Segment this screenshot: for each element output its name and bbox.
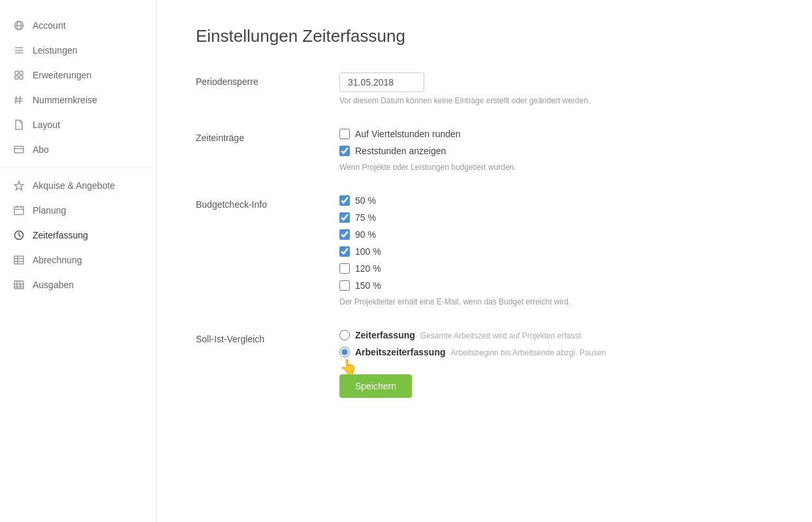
save-button[interactable]: Speichern [339, 374, 412, 398]
sidebar-item-label: Planung [33, 205, 66, 216]
list-icon [13, 44, 25, 56]
file-icon [13, 119, 25, 131]
sidebar-item-label: Zeiterfassung [33, 230, 88, 240]
checkbox-b90-label: 90 % [355, 229, 376, 240]
sidebar-item-akquise[interactable]: Akquise & Angebote [0, 173, 156, 198]
sidebar-item-label: Akquise & Angebote [33, 180, 115, 191]
globe-icon [13, 20, 25, 31]
sidebar-item-label: Abo [33, 144, 49, 155]
sidebar-group-1: Account Leistungen Erweiter [0, 13, 156, 162]
zeiteintraege-row: Zeiteinträge Auf Viertelstunden runden R… [196, 129, 773, 172]
checkbox-b100-label: 100 % [355, 246, 381, 257]
checkbox-b50-input[interactable] [339, 195, 350, 206]
checkbox-viertelstunden-label: Auf Viertelstunden runden [355, 129, 461, 139]
svg-rect-22 [14, 256, 23, 264]
checkbox-b75[interactable]: 75 % [339, 212, 773, 223]
svg-marker-16 [14, 182, 23, 190]
radio-zeiterfassung-bold: Zeiterfassung [355, 330, 415, 340]
radio-arbeitszeiterfassung-input[interactable] [339, 347, 350, 357]
svg-rect-14 [14, 146, 23, 153]
checkbox-b90[interactable]: 90 % [339, 229, 773, 240]
svg-rect-8 [15, 76, 18, 79]
sidebar: Account Leistungen Erweiter [0, 0, 157, 522]
checkbox-b150-label: 150 % [355, 280, 381, 291]
periodensperre-content: 31.05.2018 Vor diesem Datum können keine… [339, 73, 773, 105]
radio-arbeitszeiterfassung-hint: Arbeitsbeginn bis Arbeitsende abzgl. Pau… [450, 348, 606, 357]
svg-rect-9 [20, 76, 23, 79]
sidebar-divider [0, 167, 156, 168]
zeiteintraege-content: Auf Viertelstunden runden Reststunden an… [339, 129, 773, 172]
hash-icon [13, 94, 25, 106]
radio-zeiterfassung-label: Zeiterfassung Gesamte Arbeitszeit wird a… [355, 330, 581, 340]
sidebar-item-abo[interactable]: Abo [0, 137, 156, 162]
budgetcheck-content: 50 % 75 % 90 % 100 % 120 % 150 % [339, 195, 773, 306]
checkbox-b50-label: 50 % [355, 195, 376, 206]
checkbox-b100[interactable]: 100 % [339, 246, 773, 257]
sidebar-item-label: Abrechnung [33, 255, 82, 265]
checkbox-viertelstunden[interactable]: Auf Viertelstunden runden [339, 129, 773, 139]
calendar-icon [13, 204, 25, 216]
radio-zeiterfassung[interactable]: Zeiterfassung Gesamte Arbeitszeit wird a… [339, 330, 773, 340]
sidebar-group-2: Akquise & Angebote Planung Zeiterfassu [0, 173, 156, 297]
radio-zeiterfassung-input[interactable] [339, 330, 350, 340]
sidebar-item-erweiterungen[interactable]: Erweiterungen [0, 63, 156, 88]
budgetcheck-label: Budgetcheck-Info [196, 195, 339, 210]
radio-zeiterfassung-hint: Gesamte Arbeitszeit wird auf Projekten e… [420, 331, 581, 340]
soll-ist-content: Zeiterfassung Gesamte Arbeitszeit wird a… [339, 330, 773, 398]
checkbox-b150-input[interactable] [339, 280, 350, 291]
soll-ist-row: Soll-Ist-Vergleich Zeiterfassung Gesamte… [196, 330, 773, 398]
table-icon [13, 254, 25, 266]
svg-rect-26 [14, 281, 23, 289]
periodensperre-label: Periodensperre [196, 73, 339, 87]
checkbox-b100-input[interactable] [339, 246, 350, 257]
checkbox-b75-input[interactable] [339, 212, 350, 223]
sidebar-item-zeiterfassung[interactable]: Zeiterfassung [0, 223, 156, 248]
sidebar-item-label: Account [33, 20, 66, 31]
budgetcheck-row: Budgetcheck-Info 50 % 75 % 90 % 100 % 12… [196, 195, 773, 306]
star-icon [13, 180, 25, 191]
checkbox-b150[interactable]: 150 % [339, 280, 773, 291]
puzzle-icon [13, 69, 25, 81]
checkbox-b120-input[interactable] [339, 263, 350, 274]
sidebar-item-label: Layout [33, 120, 60, 130]
svg-rect-7 [20, 71, 23, 74]
periodensperre-hint: Vor diesem Datum können keine Einträge e… [339, 96, 773, 105]
main-content: Einstellungen Zeiterfassung Periodensper… [157, 0, 812, 522]
svg-line-10 [16, 96, 16, 104]
checkbox-reststunden[interactable]: Reststunden anzeigen [339, 146, 773, 156]
periodensperre-row: Periodensperre 31.05.2018 Vor diesem Dat… [196, 73, 773, 105]
budgetcheck-hint: Der Projektleiter erhält eine E-Mail, we… [339, 297, 773, 306]
zeiteintraege-label: Zeiteinträge [196, 129, 339, 143]
radio-arbeitszeiterfassung[interactable]: Arbeitszeiterfassung Arbeitsbeginn bis A… [339, 347, 773, 357]
cursor-pointer-icon: 👆 [339, 359, 357, 376]
sidebar-item-label: Nummernkreise [33, 95, 97, 105]
table2-icon [13, 279, 25, 291]
periodensperre-value[interactable]: 31.05.2018 [339, 73, 424, 92]
svg-rect-6 [15, 71, 18, 74]
sidebar-item-abrechnung[interactable]: Abrechnung [0, 248, 156, 272]
soll-ist-label: Soll-Ist-Vergleich [196, 330, 339, 344]
checkbox-reststunden-input[interactable] [339, 146, 350, 156]
clock-icon [13, 229, 25, 241]
sidebar-item-layout[interactable]: Layout [0, 112, 156, 137]
svg-line-11 [20, 96, 20, 104]
checkbox-b50[interactable]: 50 % [339, 195, 773, 206]
sidebar-item-planung[interactable]: Planung [0, 198, 156, 223]
sidebar-item-label: Erweiterungen [33, 70, 91, 80]
sidebar-item-nummernkreise[interactable]: Nummernkreise [0, 88, 156, 112]
sidebar-item-account[interactable]: Account [0, 13, 156, 38]
checkbox-b75-label: 75 % [355, 212, 376, 223]
radio-arbeitszeiterfassung-label: Arbeitszeiterfassung Arbeitsbeginn bis A… [355, 347, 606, 357]
checkbox-b90-input[interactable] [339, 229, 350, 240]
checkbox-b120-label: 120 % [355, 263, 381, 274]
sidebar-item-ausgaben[interactable]: Ausgaben [0, 272, 156, 297]
checkbox-b120[interactable]: 120 % [339, 263, 773, 274]
checkbox-viertelstunden-input[interactable] [339, 129, 350, 139]
radio-arbeitszeiterfassung-bold: Arbeitszeiterfassung [355, 347, 445, 357]
sidebar-item-leistungen[interactable]: Leistungen [0, 38, 156, 63]
sidebar-item-label: Leistungen [33, 45, 78, 56]
page-title: Einstellungen Zeiterfassung [196, 26, 773, 46]
card-icon [13, 144, 25, 155]
checkbox-reststunden-label: Reststunden anzeigen [355, 146, 446, 156]
sidebar-item-label: Ausgaben [33, 280, 74, 290]
